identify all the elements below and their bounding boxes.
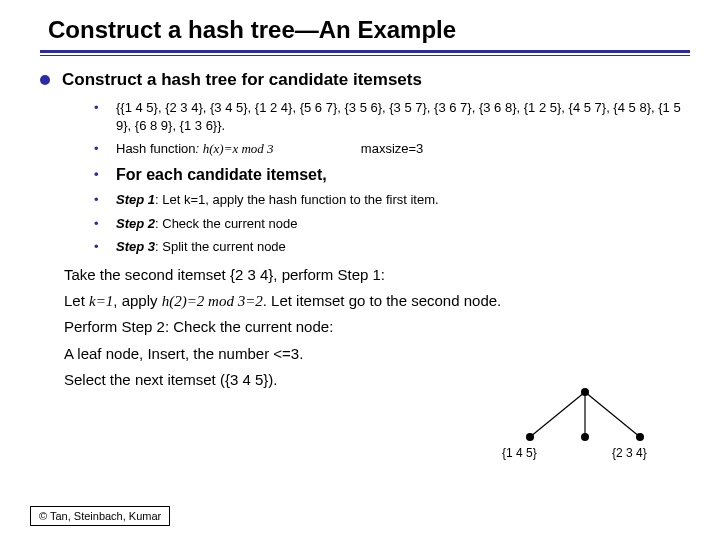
body-line-1: Take the second itemset {2 3 4}, perform…: [64, 265, 690, 285]
slide-title: Construct a hash tree—An Example: [48, 16, 690, 44]
tree-diagram: {1 4 5} {2 3 4}: [500, 382, 670, 472]
bullet-itemsets: {{1 4 5}, {2 3 4}, {3 4 5}, {1 2 4}, {5 …: [94, 96, 690, 137]
hash-colon: :: [196, 141, 203, 156]
hash-formula: h(x)=x mod 3: [203, 141, 274, 156]
step3-label: Step 3: [116, 239, 155, 254]
step2-text: : Check the current node: [155, 216, 297, 231]
sub-bullet-list: {{1 4 5}, {2 3 4}, {3 4 5}, {1 2 4}, {5 …: [94, 96, 690, 259]
l2-a: Let: [64, 292, 89, 309]
svg-line-3: [585, 392, 640, 437]
l2-b: , apply: [113, 292, 161, 309]
l2-h: h(2)=2 mod 3=2: [162, 293, 263, 309]
lead-text: Construct a hash tree for candidate item…: [62, 70, 422, 90]
l2-c: . Let itemset go to the second node.: [263, 292, 502, 309]
step1-label: Step 1: [116, 192, 155, 207]
body-line-2: Let k=1, apply h(2)=2 mod 3=2. Let items…: [64, 291, 690, 311]
svg-point-4: [526, 433, 534, 441]
step2-label: Step 2: [116, 216, 155, 231]
body-text: Take the second itemset {2 3 4}, perform…: [64, 265, 690, 390]
bullet-hash: Hash function: h(x)=x mod 3 maxsize=3: [94, 137, 690, 161]
bullet-for-each: For each candidate itemset,: [94, 161, 690, 189]
footer-credit: © Tan, Steinbach, Kumar: [30, 506, 170, 526]
svg-point-5: [581, 433, 589, 441]
bullet-step2: Step 2: Check the current node: [94, 212, 690, 236]
body-line-4: A leaf node, Insert, the number <=3.: [64, 344, 690, 364]
svg-point-6: [636, 433, 644, 441]
lead-bullet: Construct a hash tree for candidate item…: [40, 70, 690, 90]
maxsize: maxsize=3: [361, 141, 424, 156]
body-line-3: Perform Step 2: Check the current node:: [64, 317, 690, 337]
title-rule-thick: [40, 50, 690, 53]
l2-k: k=1: [89, 293, 113, 309]
svg-line-1: [530, 392, 585, 437]
bullet-step3: Step 3: Split the current node: [94, 235, 690, 259]
step3-text: : Split the current node: [155, 239, 286, 254]
tree-left-label: {1 4 5}: [502, 446, 537, 460]
title-rule-thin: [40, 55, 690, 56]
step1-text: : Let k=1, apply the hash function to th…: [155, 192, 439, 207]
hash-prefix: Hash function: [116, 141, 196, 156]
tree-right-label: {2 3 4}: [612, 446, 647, 460]
bullet-step1: Step 1: Let k=1, apply the hash function…: [94, 188, 690, 212]
bullet-icon: [40, 75, 50, 85]
